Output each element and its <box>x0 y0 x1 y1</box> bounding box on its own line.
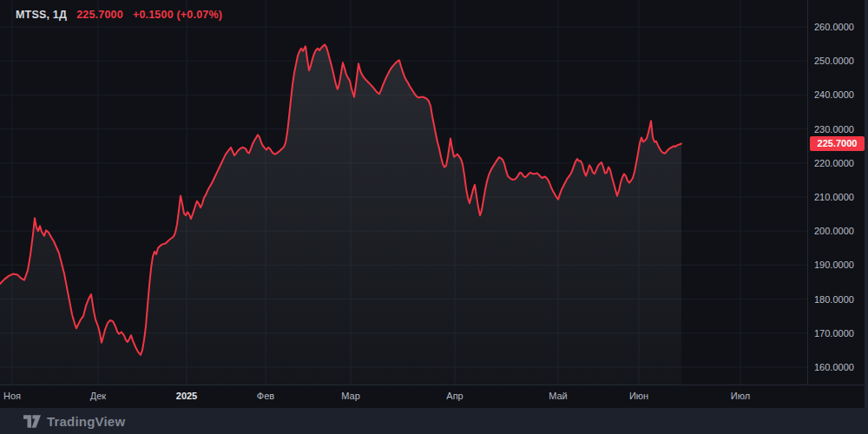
chart-plot-area[interactable]: MTSS, 1Д 225.7000 +0.1500 (+0.07%) <box>0 0 807 385</box>
price-axis-label: 250.0000 <box>814 55 854 67</box>
price-axis-label: 230.0000 <box>814 123 854 135</box>
chart-window: MTSS, 1Д 225.7000 +0.1500 (+0.07%) 225.7… <box>0 0 868 434</box>
right-edge-scroll-strip[interactable] <box>865 0 868 408</box>
time-axis-label: Июн <box>629 391 648 401</box>
price-axis-label: 210.0000 <box>814 191 854 203</box>
time-axis-label: 2025 <box>176 391 197 401</box>
price-axis-label: 240.0000 <box>814 89 854 101</box>
price-axis-label: 180.0000 <box>814 293 854 306</box>
time-axis-label: Мар <box>341 391 360 401</box>
price-axis[interactable]: 225.7000 260.0000250.0000240.0000230.000… <box>807 0 868 385</box>
tradingview-attribution[interactable]: TradingView <box>23 414 125 429</box>
symbol-legend[interactable]: MTSS, 1Д 225.7000 +0.1500 (+0.07%) <box>16 9 222 21</box>
tradingview-logo-icon <box>23 415 41 428</box>
time-axis-label: Май <box>549 391 568 401</box>
price-axis-label: 190.0000 <box>814 259 854 271</box>
price-axis-label: 160.0000 <box>814 361 854 373</box>
last-price-badge: 225.7000 <box>810 136 865 151</box>
time-axis-label: Дек <box>90 391 106 401</box>
footer-bar: TradingView <box>0 408 868 434</box>
price-axis-label: 260.0000 <box>814 21 854 33</box>
legend-change: +0.1500 (+0.07%) <box>133 9 222 21</box>
tradingview-label: TradingView <box>47 414 125 429</box>
time-axis-label: Ноя <box>3 391 21 401</box>
time-axis[interactable]: НояДек2025ФевМарАпрМайИюнИюл <box>0 385 868 408</box>
legend-symbol-interval[interactable]: MTSS, 1Д <box>16 9 67 21</box>
time-axis-label: Июл <box>731 391 750 401</box>
legend-last-price: 225.7000 <box>76 9 123 21</box>
time-axis-label: Апр <box>446 391 463 401</box>
time-axis-label: Фев <box>257 391 274 401</box>
price-chart-canvas[interactable] <box>0 0 807 385</box>
price-axis-label: 200.0000 <box>814 225 854 237</box>
price-axis-label: 170.0000 <box>814 327 854 339</box>
price-axis-label: 220.0000 <box>814 157 854 169</box>
